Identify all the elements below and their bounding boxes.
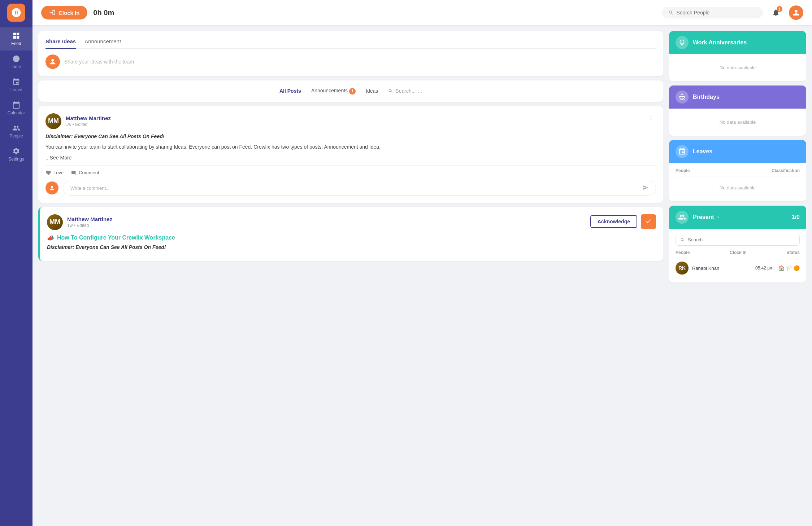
sidebar-label-calendar: Calendar <box>8 110 25 115</box>
post-search-placeholder: Search... <box>395 88 416 94</box>
feed-column: Share Ideas Announcement Share your idea… <box>38 31 663 520</box>
widget-anniversaries: Work Anniversaries No data available <box>669 31 806 81</box>
widget-leaves: Leaves People Classification No data ava… <box>669 140 806 201</box>
present-search-input[interactable] <box>688 237 795 242</box>
search-icon <box>668 10 674 16</box>
filter-all-posts[interactable]: All Posts <box>279 88 301 94</box>
leaves-no-data: No data available <box>676 179 800 196</box>
leaves-col-people: People <box>676 168 690 173</box>
acknowledge-button[interactable]: Acknowledge <box>590 215 637 228</box>
post-1: MM Matthew Martinez 1w • Edited ⋮ Discla… <box>38 106 663 203</box>
post-1-see-more[interactable]: ...See More <box>45 155 71 161</box>
present-col-status: Status <box>786 250 800 255</box>
post-2-author: Matthew Martinez <box>67 216 112 222</box>
search-people-input[interactable] <box>677 10 756 16</box>
leaves-columns: People Classification <box>676 168 800 176</box>
sidebar-item-leave[interactable]: Leave <box>0 74 32 97</box>
share-input-row: Share your ideas with the team <box>45 54 656 69</box>
anniversaries-icon <box>676 36 689 49</box>
post-1-meta: 1w • Edited <box>66 122 111 127</box>
post-1-disclaimer: Disclaimer: Everyone Can See All Posts O… <box>45 133 656 139</box>
comment-send-icon <box>643 185 648 192</box>
leaves-col-classification: Classification <box>772 168 800 173</box>
widget-present: Present 1/0 People Clock In Status RK <box>669 206 806 282</box>
post-1-love-button[interactable]: Love <box>45 170 64 176</box>
post-1-more-button[interactable]: ⋮ <box>646 113 656 125</box>
share-user-avatar <box>45 54 60 69</box>
present-clock-in-1: 05:42 pm <box>755 266 773 271</box>
birthdays-header: Birthdays <box>669 86 806 109</box>
sidebar-label-feed: Feed <box>11 41 21 46</box>
sidebar-item-people[interactable]: People <box>0 120 32 143</box>
present-dropdown[interactable]: Present <box>693 214 721 220</box>
tab-announcement[interactable]: Announcement <box>84 38 121 49</box>
comment-placeholder: Write a comment... <box>70 185 110 191</box>
leaves-title: Leaves <box>693 148 712 155</box>
filter-announcements[interactable]: Announcements1 <box>311 88 356 95</box>
share-tabs: Share Ideas Announcement <box>45 38 656 49</box>
birthdays-body: No data available <box>669 109 806 136</box>
notifications-button[interactable]: 1 <box>769 5 783 20</box>
birthdays-no-data: No data available <box>676 114 800 131</box>
clock-in-label: Clock In <box>58 10 79 16</box>
sidebar-label-settings: Settings <box>8 157 24 162</box>
anniversaries-title: Work Anniversaries <box>693 39 747 46</box>
present-col-people: People <box>676 250 690 255</box>
present-name-1: Rahabi Khan <box>692 266 719 271</box>
filter-ideas[interactable]: Ideas <box>366 88 378 94</box>
comment-avatar <box>45 181 58 194</box>
post-1-comment-button[interactable]: Comment <box>71 170 99 176</box>
filter-announcements-label: Announcements <box>311 88 348 93</box>
post-2: MM Matthew Martinez 1w • Edited Acknowle… <box>38 207 663 261</box>
leaves-body: People Classification No data available <box>669 163 806 201</box>
present-title: Present <box>693 214 714 220</box>
leaves-header: Leaves <box>669 140 806 163</box>
clock-in-button[interactable]: Clock In <box>41 6 87 19</box>
post-filter-bar: All Posts Announcements1 Ideas Search...… <box>38 80 663 102</box>
acknowledge-check-button[interactable] <box>641 214 656 229</box>
post-1-avatar: MM <box>45 113 61 129</box>
timer-display: 0h 0m <box>93 9 114 17</box>
comment-input[interactable]: Write a comment... <box>63 181 656 196</box>
present-count: 1/0 <box>792 214 800 220</box>
post-1-body: You can invite your team to start collab… <box>45 143 656 151</box>
main-content: Share Ideas Announcement Share your idea… <box>32 25 812 526</box>
status-flag-icon: 🏳️ <box>786 265 792 271</box>
tab-share-ideas[interactable]: Share Ideas <box>45 38 76 49</box>
post-search[interactable]: Search...... <box>388 88 422 94</box>
post-2-avatar: MM <box>47 214 63 230</box>
user-avatar-top[interactable] <box>789 5 803 20</box>
sidebar-item-time[interactable]: Time <box>0 51 32 74</box>
present-avatar-1: RK <box>676 262 689 275</box>
share-placeholder-text[interactable]: Share your ideas with the team <box>64 59 134 65</box>
leaves-icon <box>676 145 689 158</box>
announcement-title-text: How To Configure Your Crewlix Workspace <box>57 234 175 241</box>
present-col-clock-in: Clock In <box>730 250 747 255</box>
post-1-comment-label: Comment <box>79 170 99 175</box>
sidebar-item-calendar[interactable]: Calendar <box>0 97 32 120</box>
present-row-1: RK Rahabi Khan 05:42 pm 🏠 🏳️ 🟠 <box>676 259 800 277</box>
share-ideas-card: Share Ideas Announcement Share your idea… <box>38 31 663 76</box>
app-logo[interactable] <box>7 4 25 22</box>
present-search-box[interactable] <box>676 234 800 246</box>
post-1-author: Matthew Martinez <box>66 115 111 121</box>
post-2-header-right: Acknowledge <box>590 214 656 229</box>
sidebar-item-feed[interactable]: Feed <box>0 27 32 51</box>
anniversaries-body: No data available <box>669 54 806 81</box>
present-search-icon <box>680 237 685 242</box>
checkmark-icon <box>645 218 652 224</box>
sidebar-item-settings[interactable]: Settings <box>0 143 32 166</box>
widget-birthdays: Birthdays No data available <box>669 86 806 136</box>
sidebar: Feed Time Leave Calendar People Settings <box>0 0 32 526</box>
status-dot-icon: 🟠 <box>794 265 800 271</box>
sidebar-label-time: Time <box>12 64 21 69</box>
sidebar-label-leave: Leave <box>10 87 22 92</box>
status-home-icon: 🏠 <box>778 265 785 271</box>
search-people-box[interactable] <box>662 7 763 18</box>
post-2-disclaimer: Disclaimer: Everyone Can See All Posts O… <box>47 244 656 250</box>
birthdays-title: Birthdays <box>693 94 720 100</box>
present-person-1: RK Rahabi Khan <box>676 262 755 275</box>
topbar: Clock In 0h 0m 1 <box>32 0 812 25</box>
notification-badge: 1 <box>777 6 782 12</box>
post-1-actions: Love Comment <box>45 165 656 176</box>
